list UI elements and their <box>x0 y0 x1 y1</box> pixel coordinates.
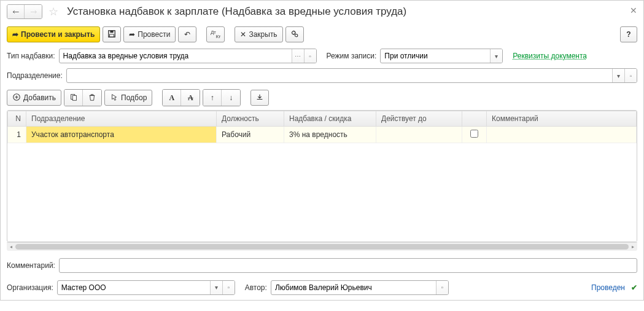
grid-wrap: N Подразделение Должность Надбавка / ски… <box>7 110 637 242</box>
help-icon: ? <box>626 30 630 39</box>
division-label: Подразделение: <box>7 71 63 80</box>
comment-label: Комментарий: <box>7 261 55 270</box>
comment-input[interactable] <box>60 259 637 272</box>
org-label: Организация: <box>7 283 53 292</box>
details-link[interactable]: Реквизиты документа <box>513 52 587 60</box>
post-button[interactable]: ➦ Провести <box>123 26 176 42</box>
col-comment[interactable]: Комментарий <box>487 111 637 127</box>
settings-button[interactable] <box>285 26 304 42</box>
cell-position[interactable]: Рабочий <box>217 127 284 143</box>
format-group: А А <box>162 89 200 106</box>
close-button[interactable]: ✕ Закрыть <box>235 26 282 42</box>
post-close-arrow-icon: ➦ <box>12 30 18 39</box>
col-position[interactable]: Должность <box>217 111 284 127</box>
mode-dropdown-icon[interactable]: ▾ <box>490 49 502 63</box>
type-open-icon[interactable]: ▫ <box>304 49 316 63</box>
favorite-icon[interactable]: ☆ <box>48 5 58 18</box>
nav-group: 🡐 🡒 <box>7 4 42 19</box>
save-icon <box>107 30 116 40</box>
cell-checkbox[interactable] <box>462 127 487 143</box>
division-input-group: ▾ ▫ <box>66 68 637 83</box>
arrow-down-icon: ↓ <box>229 93 233 102</box>
type-input[interactable] <box>60 49 292 63</box>
select-button[interactable]: Подбор <box>104 90 152 106</box>
cell-allowance[interactable]: 3% на вредность <box>284 127 376 143</box>
forward-button[interactable]: 🡒 <box>25 5 42 18</box>
comment-input-group <box>59 258 637 273</box>
save-button[interactable] <box>103 26 121 42</box>
cell-division[interactable]: Участок автотранспорта <box>26 127 217 143</box>
page-title: Установка надбавок к зарплате (Надбавка … <box>67 6 406 18</box>
type-input-group: ⋯ ▫ <box>59 49 317 63</box>
undo-button[interactable]: ↶ <box>178 26 196 42</box>
type-label: Тип надбавки: <box>7 52 55 60</box>
fill-icon <box>255 93 264 103</box>
org-dropdown-icon[interactable]: ▾ <box>210 281 222 294</box>
division-row: Подразделение: ▾ ▫ <box>1 66 643 85</box>
trash-icon <box>88 93 96 103</box>
table-row[interactable]: 1 Участок автотранспорта Рабочий 3% на в… <box>8 127 637 143</box>
cell-n[interactable]: 1 <box>8 127 26 143</box>
mode-input[interactable] <box>381 49 490 63</box>
col-allowance[interactable]: Надбавка / скидка <box>284 111 376 127</box>
check-icon: ✔ <box>631 283 637 292</box>
strike-button[interactable]: А <box>181 90 200 106</box>
move-up-button[interactable]: ↑ <box>203 90 222 106</box>
scroll-right-icon[interactable]: ▸ <box>629 243 637 251</box>
delete-button[interactable] <box>83 90 101 106</box>
svg-rect-1 <box>111 30 114 33</box>
col-valid-until[interactable]: Действует до <box>376 111 462 127</box>
post-and-close-button[interactable]: ➦ Провести и закрыть <box>7 26 100 42</box>
grid: N Подразделение Должность Надбавка / ски… <box>7 111 637 242</box>
window: 🡐 🡒 ☆ Установка надбавок к зарплате (Над… <box>0 0 644 301</box>
gear-icon <box>290 30 299 40</box>
org-input[interactable] <box>58 281 210 294</box>
dtkt-icon: ДтКт <box>211 30 220 39</box>
close-x-icon: ✕ <box>240 30 246 39</box>
col-n[interactable]: N <box>8 111 26 127</box>
copy-button[interactable] <box>64 90 83 106</box>
cell-comment[interactable] <box>487 127 637 143</box>
cursor-icon <box>110 93 118 103</box>
author-input-group: ▫ <box>271 280 449 295</box>
dtkt-button[interactable]: ДтКт <box>206 26 225 42</box>
add-button[interactable]: Добавить <box>7 90 61 106</box>
grid-empty-area[interactable] <box>8 143 637 242</box>
mode-input-group: ▾ <box>380 49 503 63</box>
scroll-left-icon[interactable]: ◂ <box>7 243 15 251</box>
org-open-icon[interactable]: ▫ <box>222 281 235 294</box>
move-group: ↑ ↓ <box>203 89 241 106</box>
horizontal-scrollbar[interactable]: ◂ ▸ <box>7 242 637 251</box>
col-division[interactable]: Подразделение <box>26 111 217 127</box>
type-row: Тип надбавки: ⋯ ▫ Режим записи: ▾ Реквиз… <box>1 46 643 66</box>
close-icon[interactable]: ✕ <box>630 6 637 15</box>
fill-button[interactable] <box>250 90 269 106</box>
scrollbar-thumb[interactable] <box>15 244 629 250</box>
font-a-icon: А <box>169 93 174 103</box>
edit-group <box>64 89 102 106</box>
cell-valid-until[interactable] <box>376 127 462 143</box>
plus-circle-icon <box>12 93 21 103</box>
font-a-button[interactable]: А <box>163 90 181 106</box>
help-button[interactable]: ? <box>620 26 637 42</box>
org-row: Организация: ▾ ▫ Автор: ▫ Проведен ✔ <box>1 278 643 300</box>
arrow-up-icon: ↑ <box>211 93 214 102</box>
move-down-button[interactable]: ↓ <box>222 90 240 106</box>
row-checkbox[interactable] <box>470 130 478 138</box>
col-checkbox[interactable] <box>462 111 487 127</box>
org-input-group: ▾ ▫ <box>57 280 235 295</box>
division-dropdown-icon[interactable]: ▾ <box>612 69 624 82</box>
division-open-icon[interactable]: ▫ <box>624 69 637 82</box>
division-input[interactable] <box>67 69 612 82</box>
svg-rect-7 <box>72 95 76 100</box>
main-toolbar: ➦ Провести и закрыть ➦ Провести ↶ ДтКт ✕… <box>1 23 643 46</box>
table-toolbar: Добавить Подбор А А ↑ <box>1 85 643 110</box>
author-input[interactable] <box>271 281 436 294</box>
titlebar: 🡐 🡒 ☆ Установка надбавок к зарплате (Над… <box>1 1 643 23</box>
mode-label: Режим записи: <box>327 52 377 60</box>
back-button[interactable]: 🡐 <box>7 5 25 18</box>
strike-icon: А <box>188 93 193 103</box>
author-open-icon[interactable]: ▫ <box>436 281 448 294</box>
author-label: Автор: <box>245 283 267 292</box>
type-dropdown-icon[interactable]: ⋯ <box>292 49 304 63</box>
